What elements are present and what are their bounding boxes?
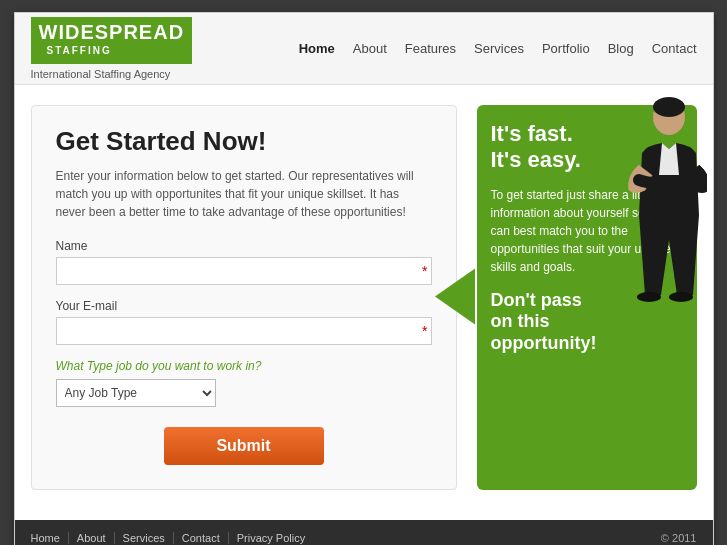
svg-point-1 xyxy=(653,97,685,117)
promo-section: It's fast. It's easy. To get started jus… xyxy=(477,105,697,490)
promo-headline-line1: It's fast. xyxy=(491,121,573,146)
form-description: Enter your information below to get star… xyxy=(56,167,432,221)
footer-link-home[interactable]: Home xyxy=(31,532,69,544)
arrow-wrapper xyxy=(435,268,475,327)
logo-spread: SPREAD xyxy=(95,21,184,43)
promo-headline-line2: It's easy. xyxy=(491,147,581,172)
person-svg xyxy=(607,95,707,315)
site-tagline: International Staffing Agency xyxy=(31,68,193,80)
page-frame: WIDESPREAD STAFFING International Staffi… xyxy=(14,12,714,545)
footer-copyright: © 2011 xyxy=(661,532,697,544)
submit-button[interactable]: Submit xyxy=(164,427,324,465)
logo-box: WIDESPREAD STAFFING xyxy=(31,17,193,64)
job-type-label-post: job do you want to work in? xyxy=(113,359,262,373)
nav-about[interactable]: About xyxy=(353,41,387,56)
arrow-left-icon xyxy=(435,268,475,324)
nav-portfolio[interactable]: Portfolio xyxy=(542,41,590,56)
job-type-label-pre: What xyxy=(56,359,87,373)
name-required: * xyxy=(422,263,427,279)
logo-text: WIDESPREAD STAFFING xyxy=(31,17,193,64)
job-type-select[interactable]: Any Job Type Full-Time Part-Time Contrac… xyxy=(56,379,216,407)
promo-cta-line1: Don't pass xyxy=(491,290,582,310)
promo-cta-line3: opportunity! xyxy=(491,333,597,353)
person-image xyxy=(607,95,707,315)
svg-point-2 xyxy=(637,292,661,302)
job-type-label: What Type job do you want to work in? xyxy=(56,359,432,373)
main-content: Get Started Now! Enter your information … xyxy=(15,85,713,520)
header: WIDESPREAD STAFFING International Staffi… xyxy=(15,13,713,85)
nav-services[interactable]: Services xyxy=(474,41,524,56)
job-type-label-type: Type xyxy=(87,359,113,373)
svg-point-3 xyxy=(669,292,693,302)
form-title: Get Started Now! xyxy=(56,126,432,157)
footer-nav: Home About Services Contact Privacy Poli… xyxy=(31,532,314,544)
logo-staffing: STAFFING xyxy=(39,43,185,60)
main-nav: Home About Features Services Portfolio B… xyxy=(299,41,697,56)
nav-blog[interactable]: Blog xyxy=(608,41,634,56)
footer-link-privacy[interactable]: Privacy Policy xyxy=(229,532,313,544)
name-input-wrapper: * xyxy=(56,257,432,285)
nav-home[interactable]: Home xyxy=(299,41,335,56)
email-required: * xyxy=(422,323,427,339)
name-label: Name xyxy=(56,239,432,253)
email-input-wrapper: * xyxy=(56,317,432,345)
promo-cta-line2: on this xyxy=(491,311,550,331)
email-label: Your E-mail xyxy=(56,299,432,313)
name-group: Name * xyxy=(56,239,432,285)
email-group: Your E-mail * xyxy=(56,299,432,345)
email-input[interactable] xyxy=(56,317,432,345)
nav-contact[interactable]: Contact xyxy=(652,41,697,56)
name-input[interactable] xyxy=(56,257,432,285)
footer: Home About Services Contact Privacy Poli… xyxy=(15,520,713,545)
job-type-group: What Type job do you want to work in? An… xyxy=(56,359,432,407)
form-section: Get Started Now! Enter your information … xyxy=(31,105,457,490)
logo-wide: WIDE xyxy=(39,21,95,43)
logo-wrapper: WIDESPREAD STAFFING International Staffi… xyxy=(31,17,193,80)
nav-features[interactable]: Features xyxy=(405,41,456,56)
footer-link-contact[interactable]: Contact xyxy=(174,532,229,544)
footer-link-about[interactable]: About xyxy=(69,532,115,544)
footer-link-services[interactable]: Services xyxy=(115,532,174,544)
